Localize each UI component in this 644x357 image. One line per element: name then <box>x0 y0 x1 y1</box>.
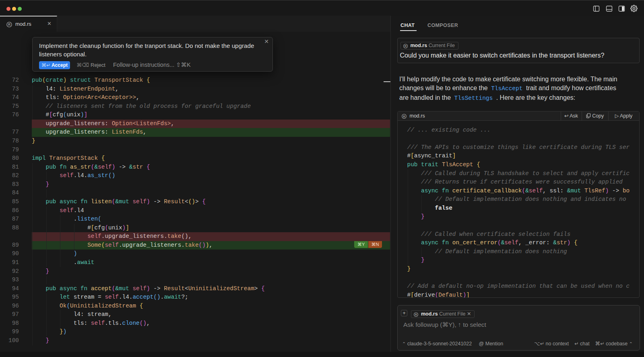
svg-text:R: R <box>8 23 10 27</box>
svg-text:R: R <box>403 115 405 118</box>
svg-text:R: R <box>405 45 407 47</box>
svg-text:R: R <box>415 313 417 316</box>
